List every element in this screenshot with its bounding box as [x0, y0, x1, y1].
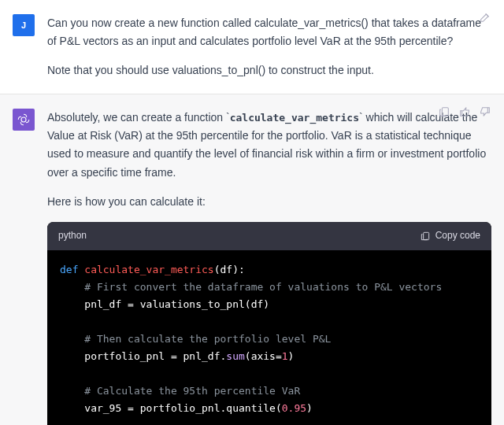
token-comment: # First convert the dataframe of valuati…	[60, 281, 442, 293]
token-plain: var_95 = portfolio_pnl.quantile(	[60, 402, 282, 414]
assistant-paragraph-1: Absolutely, we can create a function `ca…	[47, 109, 491, 181]
token-plain: pnl_df = valuations_to_pnl(df)	[60, 298, 269, 310]
token-plain: )	[288, 350, 295, 362]
token-keyword: def	[60, 264, 84, 275]
user-message: J Can you now create a new function call…	[0, 0, 504, 94]
token-plain: (axis=	[245, 350, 282, 362]
openai-icon	[17, 113, 31, 127]
code-body: def calculate_var_metrics(df): # First c…	[47, 250, 491, 425]
copy-code-button[interactable]: Copy code	[420, 228, 480, 244]
assistant-avatar	[13, 109, 35, 131]
code-language-label: python	[58, 228, 87, 244]
token-comment: # Calculate the 95th percentile VaR	[60, 385, 300, 397]
assistant-message: Absolutely, we can create a function `ca…	[0, 94, 504, 425]
user-avatar-letter: J	[21, 20, 26, 30]
svg-rect-2	[442, 108, 448, 116]
token-plain: (df):	[214, 264, 245, 275]
user-paragraph-1: Can you now create a new function called…	[47, 14, 491, 50]
user-message-content: Can you now create a new function called…	[47, 14, 491, 79]
thumbs-up-icon[interactable]	[458, 105, 471, 118]
copy-code-label: Copy code	[435, 228, 480, 244]
token-number: 1	[282, 350, 288, 362]
user-avatar: J	[13, 14, 35, 36]
thumbs-down-icon[interactable]	[479, 105, 491, 118]
token-number: 0.95	[282, 402, 306, 414]
token-comment: # Then calculate the portfolio level P&L	[60, 333, 331, 345]
copy-icon[interactable]	[438, 105, 450, 118]
clipboard-icon	[420, 231, 431, 242]
svg-rect-1	[423, 232, 428, 239]
inline-code: calculate_var_metrics	[230, 112, 359, 124]
edit-icon[interactable]	[479, 11, 491, 24]
code-header: python Copy code	[47, 222, 491, 250]
code-block: python Copy code def calculate_var_metri…	[47, 222, 491, 425]
token-call: sum	[226, 350, 244, 362]
svg-point-0	[21, 117, 26, 122]
token-plain: )	[306, 402, 313, 414]
text-run: Absolutely, we can create a function `	[47, 111, 230, 124]
assistant-paragraph-2: Here is how you can calculate it:	[47, 193, 491, 211]
user-message-actions	[479, 11, 491, 24]
assistant-message-actions	[438, 105, 491, 118]
token-plain: portfolio_pnl = pnl_df.	[60, 350, 226, 362]
user-paragraph-2: Note that you should use valuations_to_p…	[47, 61, 491, 79]
assistant-message-content: Absolutely, we can create a function `ca…	[47, 109, 491, 425]
token-function: calculate_var_metrics	[84, 264, 213, 275]
